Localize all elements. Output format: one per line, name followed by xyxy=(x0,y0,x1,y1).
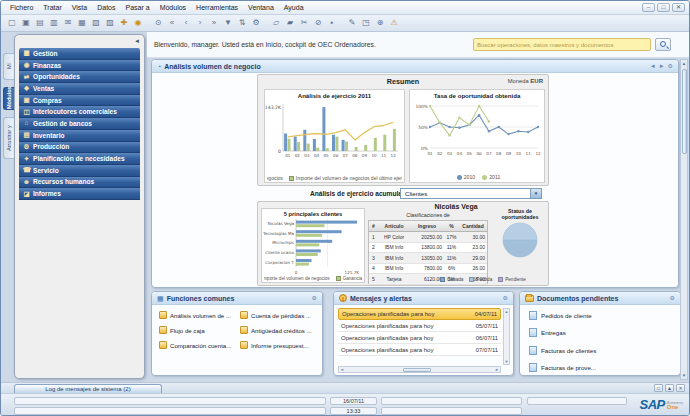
wrench-icon[interactable]: ⚙ xyxy=(503,294,508,303)
email-icon[interactable]: ✉ xyxy=(62,17,74,29)
restore-icon[interactable]: □ xyxy=(657,3,670,12)
restore-pane-icon[interactable]: □ xyxy=(654,384,663,392)
close-pane-icon[interactable]: ✕ xyxy=(676,384,685,392)
func-antiguedad-creditos[interactable]: Antigüedad créditos ... xyxy=(240,326,319,334)
last-record-icon[interactable]: » xyxy=(208,17,220,29)
add-favorite-icon[interactable]: ✚ xyxy=(118,17,130,29)
menu-datos[interactable]: Datos xyxy=(92,1,120,14)
sidebar-item-gestion-de-bancos[interactable]: ⌂ Gestión de bancos xyxy=(19,118,140,130)
alarm-icon[interactable]: ⚠ xyxy=(388,17,400,29)
doc-entregas[interactable]: Entregas xyxy=(529,328,676,338)
first-record-icon[interactable]: « xyxy=(166,17,178,29)
find-icon[interactable]: ⊙ xyxy=(152,17,164,29)
sidebar-item-servicio[interactable]: ☎ Servicio xyxy=(19,165,140,177)
sidebar-item-planificacion-de-necesidades[interactable]: ✦ Planificación de necesidades xyxy=(19,153,140,165)
dock-tab-modulos[interactable]: Módulos xyxy=(3,87,14,110)
page-icon[interactable]: ◳ xyxy=(360,17,372,29)
module-icon: ◪ xyxy=(23,190,30,198)
sidebar-item-recursos-humanos[interactable]: ☻ Recursos humanos xyxy=(19,177,140,189)
cancel-icon[interactable]: ⊘ xyxy=(312,17,324,29)
func-analisis-volumen[interactable]: Análisis volumen de ... xyxy=(159,311,238,319)
lock-icon[interactable]: ◉ xyxy=(132,17,144,29)
delete-icon[interactable]: ▪ xyxy=(326,17,338,29)
sidebar-item-oportunidades[interactable]: ⇄ Oportunidades xyxy=(19,71,140,83)
wrench-icon[interactable]: ⚙ xyxy=(668,62,673,71)
cut-icon[interactable]: ✂ xyxy=(298,17,310,29)
menu-vista[interactable]: Vista xyxy=(67,1,92,14)
grid-icon: ▦ xyxy=(157,294,164,303)
menu-herramientas[interactable]: Herramientas xyxy=(191,1,243,14)
search-button[interactable] xyxy=(655,38,671,51)
messages-vertical-scrollbar[interactable]: ▲ ▼ xyxy=(503,308,510,365)
doc-facturas-de-clientes[interactable]: Facturas de clientes xyxy=(529,345,676,355)
expand-pane-icon[interactable]: ▲ xyxy=(665,384,674,392)
search-input[interactable] xyxy=(473,38,651,51)
dock-tab-arrastrar-y-vincular[interactable]: Arrastrar y vincular xyxy=(3,117,14,159)
message-row[interactable]: Operaciones planificadas para hoy 07/07/… xyxy=(338,344,501,356)
svg-text:09: 09 xyxy=(506,151,512,156)
menu-tratar[interactable]: Tratar xyxy=(38,1,66,14)
sidebar-item-interlocutores-comerciales[interactable]: ◫ Interlocutores comerciales xyxy=(19,106,140,118)
next-page-icon[interactable]: ► xyxy=(659,62,665,71)
scrollbar-thumb[interactable] xyxy=(682,69,687,154)
table-row[interactable]: 4 IBM Info 7800.00 6% 26.00 xyxy=(369,264,487,275)
word-export-icon[interactable]: ▧ xyxy=(90,17,102,29)
message-row[interactable]: Operaciones planificadas para hoy 04/07/… xyxy=(338,308,501,320)
wrench-icon[interactable]: ⚙ xyxy=(670,294,675,303)
paste-icon[interactable]: ▰ xyxy=(284,17,296,29)
filter-icon[interactable]: ▼ xyxy=(222,17,234,29)
menu-fichero[interactable]: Fichero xyxy=(5,1,38,14)
currency-selector[interactable]: Moneda EUR xyxy=(508,78,543,84)
form-settings-icon[interactable]: ⚙ xyxy=(250,17,262,29)
menu-ventana[interactable]: Ventana xyxy=(243,1,279,14)
toolbar: ▢▣▤▥✉▦▧▨✚◉⊙«‹›»▼⇅⚙▱▰✂⊘▪✎◳⊕⚠ xyxy=(1,15,689,32)
message-row[interactable]: Operaciones planificadas para hoy 06/07/… xyxy=(338,332,501,344)
close-icon[interactable]: ✕ xyxy=(672,3,685,12)
table-row[interactable]: 1 HP Color 20250.00 17% 30.00 xyxy=(369,232,487,243)
func-comparacion-cuenta[interactable]: Comparación cuenta... xyxy=(159,341,238,349)
sidebar-item-produccion[interactable]: ⚙ Producción xyxy=(19,142,140,154)
sidebar-item-compras[interactable]: ▣ Compras xyxy=(19,95,140,107)
scrollbar-thumb[interactable] xyxy=(403,368,431,372)
menu-modulos[interactable]: Módulos xyxy=(155,1,191,14)
magnifier-icon[interactable]: ⊕ xyxy=(374,17,386,29)
doc-pedidos-de-cliente[interactable]: Pedidos de cliente xyxy=(529,310,676,320)
sidebar-item-finanzas[interactable]: ◉ Finanzas xyxy=(19,60,140,72)
menu-ayuda[interactable]: Ayuda xyxy=(279,1,309,14)
message-date: 07/07/11 xyxy=(476,347,498,353)
prev-page-icon[interactable]: ◄ xyxy=(650,62,656,71)
table-row[interactable]: 3 IBM Info 13050.00 11% 29.00 xyxy=(369,253,487,264)
print-preview-icon[interactable]: ▤ xyxy=(34,17,46,29)
next-record-icon[interactable]: › xyxy=(194,17,206,29)
wrench-icon[interactable]: ⚙ xyxy=(312,294,317,303)
sidebar-item-ventas[interactable]: ◆ Ventas xyxy=(19,83,140,95)
export-icon[interactable]: ▥ xyxy=(48,17,60,29)
dock-tab-mi-cockpit[interactable]: Mi Cockpit xyxy=(3,53,14,80)
sort-icon[interactable]: ⇅ xyxy=(236,17,248,29)
module-icon: ◆ xyxy=(23,84,30,92)
sidebar-item-inventario[interactable]: ▤ Inventario xyxy=(19,130,140,142)
func-cuenta-perdidas[interactable]: Cuenta de pérdidas ... xyxy=(240,311,319,319)
excel-export-icon[interactable]: ▦ xyxy=(76,17,88,29)
doc-facturas-de-proveedores[interactable]: Facturas de prove... xyxy=(529,363,676,373)
sidebar-item-informes[interactable]: ◪ Informes xyxy=(19,188,140,200)
messages-horizontal-scrollbar[interactable]: ◄ ► xyxy=(338,366,501,373)
workspace-scrollbar[interactable]: ▲ ▼ xyxy=(680,59,688,380)
message-row[interactable]: Operaciones planificadas para hoy 05/07/… xyxy=(338,320,501,332)
chevron-down-icon[interactable]: ▼ xyxy=(530,189,541,198)
func-flujo-de-caja[interactable]: Flujo de caja xyxy=(159,326,238,334)
sidebar-item-gestion[interactable]: ▦ Gestión xyxy=(19,48,140,60)
minimize-icon[interactable]: – xyxy=(642,3,655,12)
print-icon[interactable]: ▣ xyxy=(20,17,32,29)
pdf-export-icon[interactable]: ▨ xyxy=(104,17,116,29)
func-informe-presupuesto[interactable]: Informe presupuest... xyxy=(240,341,319,349)
copy-icon[interactable]: ▱ xyxy=(270,17,282,29)
accumulated-analysis-dropdown[interactable]: Clientes ▼ xyxy=(400,188,542,199)
previous-record-icon[interactable]: ‹ xyxy=(180,17,192,29)
table-row[interactable]: 2 IBM Info 13800.00 11% 23.00 xyxy=(369,243,487,254)
edit-icon[interactable]: ✎ xyxy=(346,17,358,29)
document-label: Pedidos de cliente xyxy=(541,312,592,319)
new-document-icon[interactable]: ▢ xyxy=(6,17,18,29)
menu-pasar-a[interactable]: Pasar a xyxy=(121,1,155,14)
collapse-sidebar-icon[interactable]: ◄ xyxy=(134,38,140,44)
